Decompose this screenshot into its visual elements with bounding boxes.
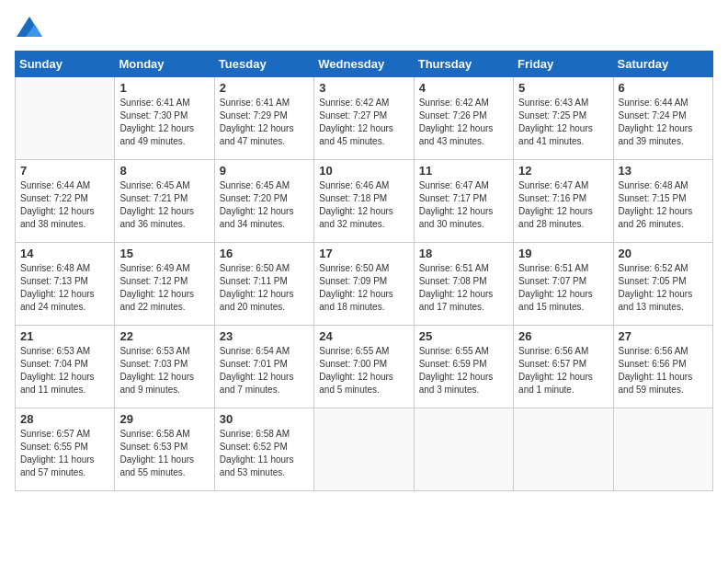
day-info: Sunrise: 6:43 AM Sunset: 7:25 PM Dayligh… [518, 97, 608, 148]
calendar-cell [414, 408, 513, 490]
calendar-cell: 20Sunrise: 6:52 AM Sunset: 7:05 PM Dayli… [613, 242, 712, 325]
day-info: Sunrise: 6:41 AM Sunset: 7:29 PM Dayligh… [220, 97, 309, 148]
day-number: 21 [20, 329, 109, 343]
day-info: Sunrise: 6:46 AM Sunset: 7:18 PM Dayligh… [319, 179, 408, 231]
day-info: Sunrise: 6:55 AM Sunset: 6:59 PM Dayligh… [419, 345, 508, 396]
logo-icon [17, 17, 42, 37]
day-number: 27 [619, 329, 708, 343]
calendar-cell: 3Sunrise: 6:42 AM Sunset: 7:27 PM Daylig… [314, 76, 414, 159]
calendar-cell: 8Sunrise: 6:45 AM Sunset: 7:21 PM Daylig… [115, 159, 214, 242]
day-number: 25 [419, 329, 508, 343]
logo-text [15, 15, 42, 40]
day-number: 30 [220, 412, 309, 426]
calendar-cell: 22Sunrise: 6:53 AM Sunset: 7:03 PM Dayli… [115, 325, 214, 408]
day-number: 2 [220, 81, 309, 95]
calendar-week-row: 1Sunrise: 6:41 AM Sunset: 7:30 PM Daylig… [16, 76, 713, 159]
calendar-cell: 12Sunrise: 6:47 AM Sunset: 7:16 PM Dayli… [514, 159, 613, 242]
calendar-cell: 18Sunrise: 6:51 AM Sunset: 7:08 PM Dayli… [414, 242, 513, 325]
calendar-cell: 15Sunrise: 6:49 AM Sunset: 7:12 PM Dayli… [115, 242, 214, 325]
calendar-cell: 30Sunrise: 6:58 AM Sunset: 6:52 PM Dayli… [214, 408, 313, 490]
day-number: 20 [619, 247, 708, 260]
calendar-cell: 5Sunrise: 6:43 AM Sunset: 7:25 PM Daylig… [514, 76, 613, 159]
day-info: Sunrise: 6:50 AM Sunset: 7:11 PM Dayligh… [220, 262, 309, 314]
weekday-header: Sunday [16, 51, 115, 76]
day-info: Sunrise: 6:50 AM Sunset: 7:09 PM Dayligh… [319, 262, 408, 314]
day-number: 8 [119, 164, 209, 178]
day-number: 23 [220, 329, 309, 343]
calendar-cell: 4Sunrise: 6:42 AM Sunset: 7:26 PM Daylig… [414, 76, 513, 159]
day-number: 26 [518, 329, 608, 343]
day-info: Sunrise: 6:53 AM Sunset: 7:04 PM Dayligh… [20, 345, 109, 396]
day-info: Sunrise: 6:53 AM Sunset: 7:03 PM Dayligh… [119, 345, 209, 396]
page-header [15, 15, 713, 40]
day-number: 11 [419, 164, 508, 178]
logo [15, 15, 42, 40]
day-info: Sunrise: 6:48 AM Sunset: 7:13 PM Dayligh… [20, 262, 109, 314]
day-number: 4 [419, 81, 508, 95]
calendar-cell: 17Sunrise: 6:50 AM Sunset: 7:09 PM Dayli… [314, 242, 414, 325]
day-number: 17 [319, 247, 408, 260]
calendar-week-row: 28Sunrise: 6:57 AM Sunset: 6:55 PM Dayli… [16, 408, 713, 490]
day-info: Sunrise: 6:47 AM Sunset: 7:17 PM Dayligh… [419, 179, 508, 231]
day-number: 14 [20, 247, 109, 260]
day-info: Sunrise: 6:48 AM Sunset: 7:15 PM Dayligh… [619, 179, 708, 231]
calendar-cell [613, 408, 712, 490]
weekday-header: Wednesday [314, 51, 414, 76]
calendar-cell: 21Sunrise: 6:53 AM Sunset: 7:04 PM Dayli… [16, 325, 115, 408]
weekday-header: Thursday [414, 51, 513, 76]
calendar-week-row: 21Sunrise: 6:53 AM Sunset: 7:04 PM Dayli… [16, 325, 713, 408]
calendar-cell [514, 408, 613, 490]
day-info: Sunrise: 6:45 AM Sunset: 7:20 PM Dayligh… [220, 179, 309, 231]
day-number: 5 [518, 81, 608, 95]
calendar-cell [314, 408, 414, 490]
day-number: 19 [518, 247, 608, 260]
day-info: Sunrise: 6:41 AM Sunset: 7:30 PM Dayligh… [119, 97, 209, 148]
calendar-header-row: SundayMondayTuesdayWednesdayThursdayFrid… [16, 51, 713, 76]
day-number: 12 [518, 164, 608, 178]
day-info: Sunrise: 6:58 AM Sunset: 6:52 PM Dayligh… [220, 428, 309, 479]
day-info: Sunrise: 6:57 AM Sunset: 6:55 PM Dayligh… [20, 428, 109, 479]
day-number: 29 [119, 412, 209, 426]
day-info: Sunrise: 6:47 AM Sunset: 7:16 PM Dayligh… [518, 179, 608, 231]
day-number: 15 [119, 247, 209, 260]
day-info: Sunrise: 6:42 AM Sunset: 7:26 PM Dayligh… [419, 97, 508, 148]
calendar-cell: 9Sunrise: 6:45 AM Sunset: 7:20 PM Daylig… [214, 159, 313, 242]
day-number: 13 [619, 164, 708, 178]
day-number: 24 [319, 329, 408, 343]
calendar-cell [16, 76, 115, 159]
day-number: 22 [119, 329, 209, 343]
calendar-cell: 2Sunrise: 6:41 AM Sunset: 7:29 PM Daylig… [214, 76, 313, 159]
calendar-cell: 14Sunrise: 6:48 AM Sunset: 7:13 PM Dayli… [16, 242, 115, 325]
calendar-cell: 25Sunrise: 6:55 AM Sunset: 6:59 PM Dayli… [414, 325, 513, 408]
calendar-cell: 6Sunrise: 6:44 AM Sunset: 7:24 PM Daylig… [613, 76, 712, 159]
calendar-cell: 28Sunrise: 6:57 AM Sunset: 6:55 PM Dayli… [16, 408, 115, 490]
calendar-cell: 29Sunrise: 6:58 AM Sunset: 6:53 PM Dayli… [115, 408, 214, 490]
calendar-cell: 23Sunrise: 6:54 AM Sunset: 7:01 PM Dayli… [214, 325, 313, 408]
day-number: 28 [20, 412, 109, 426]
calendar-week-row: 14Sunrise: 6:48 AM Sunset: 7:13 PM Dayli… [16, 242, 713, 325]
calendar-week-row: 7Sunrise: 6:44 AM Sunset: 7:22 PM Daylig… [16, 159, 713, 242]
calendar-table: SundayMondayTuesdayWednesdayThursdayFrid… [15, 51, 713, 491]
day-number: 1 [119, 81, 209, 95]
day-number: 10 [319, 164, 408, 178]
day-number: 3 [319, 81, 408, 95]
weekday-header: Tuesday [214, 51, 313, 76]
calendar-cell: 24Sunrise: 6:55 AM Sunset: 7:00 PM Dayli… [314, 325, 414, 408]
day-info: Sunrise: 6:51 AM Sunset: 7:08 PM Dayligh… [419, 262, 508, 314]
calendar-cell: 19Sunrise: 6:51 AM Sunset: 7:07 PM Dayli… [514, 242, 613, 325]
day-info: Sunrise: 6:55 AM Sunset: 7:00 PM Dayligh… [319, 345, 408, 396]
day-number: 18 [419, 247, 508, 260]
calendar-cell: 11Sunrise: 6:47 AM Sunset: 7:17 PM Dayli… [414, 159, 513, 242]
day-info: Sunrise: 6:56 AM Sunset: 6:57 PM Dayligh… [518, 345, 608, 396]
day-info: Sunrise: 6:45 AM Sunset: 7:21 PM Dayligh… [119, 179, 209, 231]
weekday-header: Friday [514, 51, 613, 76]
day-info: Sunrise: 6:56 AM Sunset: 6:56 PM Dayligh… [619, 345, 708, 396]
weekday-header: Monday [115, 51, 214, 76]
calendar-cell: 7Sunrise: 6:44 AM Sunset: 7:22 PM Daylig… [16, 159, 115, 242]
day-info: Sunrise: 6:52 AM Sunset: 7:05 PM Dayligh… [619, 262, 708, 314]
day-info: Sunrise: 6:58 AM Sunset: 6:53 PM Dayligh… [119, 428, 209, 479]
day-info: Sunrise: 6:44 AM Sunset: 7:22 PM Dayligh… [20, 179, 109, 231]
calendar-cell: 13Sunrise: 6:48 AM Sunset: 7:15 PM Dayli… [613, 159, 712, 242]
day-info: Sunrise: 6:42 AM Sunset: 7:27 PM Dayligh… [319, 97, 408, 148]
day-number: 9 [220, 164, 309, 178]
